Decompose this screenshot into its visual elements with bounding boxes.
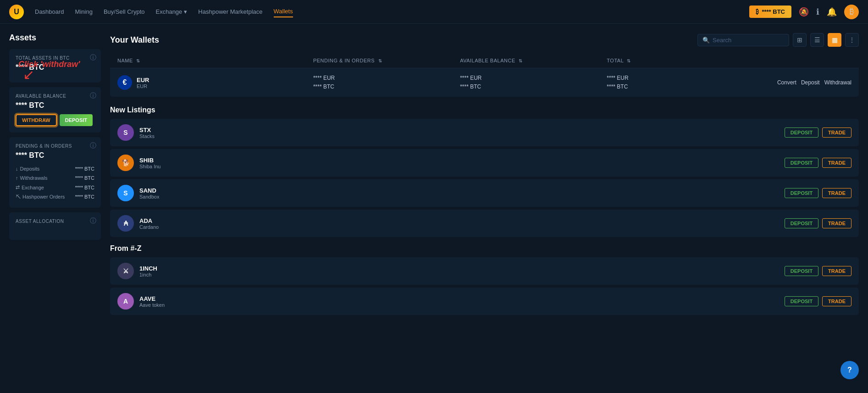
col-available-header[interactable]: AVAILABLE BALANCE ⇅ (460, 58, 607, 63)
listing-actions-ada: DEPOSIT TRADE (785, 218, 851, 228)
deposit-button-aave[interactable]: DEPOSIT (785, 296, 818, 306)
trade-button-stx[interactable]: TRADE (822, 127, 851, 138)
col-actions-header (754, 58, 851, 63)
deposit-button-shib[interactable]: DEPOSIT (785, 158, 818, 168)
more-options-button[interactable]: ⋮ (845, 33, 859, 47)
navbar: U Dashboard Mining Buy/Sell Crypto Excha… (0, 0, 868, 24)
available-balance-label: AVAILABLE BALANCE (16, 94, 94, 99)
pending-row-value: **** BTC (75, 166, 94, 172)
notifications-off-icon[interactable]: 🔕 (799, 7, 809, 17)
pending-row-icon: ↓ (16, 166, 18, 172)
pending-info-icon[interactable]: ⓘ (90, 142, 96, 150)
nav-exchange[interactable]: Exchange ▾ (156, 6, 188, 17)
listing-sub-shib: Shiba Inu (139, 164, 779, 169)
trade-button-sand[interactable]: TRADE (822, 188, 851, 198)
pending-value: **** BTC (16, 151, 94, 160)
pending-row-value: **** BTC (75, 175, 94, 181)
logo[interactable]: U (9, 5, 24, 19)
nav-buy-sell[interactable]: Buy/Sell Crypto (104, 6, 145, 17)
listing-row-shib: 🐕 SHIB Shiba Inu DEPOSIT TRADE (110, 149, 859, 177)
new-listings-title: New Listings (110, 106, 859, 114)
pending-row-item: ↑ Withdrawals **** BTC (16, 173, 94, 183)
col-total-header[interactable]: TOTAL ⇅ (607, 58, 753, 63)
available-balance-card: AVAILABLE BALANCE **** BTC ⓘ WITHDRAW DE… (9, 87, 101, 133)
listing-name-1inch: 1INCH (139, 265, 779, 272)
info-icon[interactable]: ℹ (816, 7, 819, 17)
wallets-table: NAME ⇅ PENDING & IN ORDERS ⇅ AVAILABLE B… (110, 53, 859, 97)
trade-button-shib[interactable]: TRADE (822, 158, 851, 168)
pending-row-label: ↑ Withdrawals (16, 175, 47, 181)
eur-icon: € (117, 75, 132, 90)
pending-label: PENDING & IN ORDERS (16, 144, 94, 149)
available-balance-info-icon[interactable]: ⓘ (90, 92, 96, 100)
deposit-link[interactable]: Deposit (801, 79, 820, 86)
listing-info-stx: STX Stacks (139, 127, 779, 139)
nav-dashboard[interactable]: Dashboard (35, 6, 64, 17)
listing-sub-aave: Aave token (139, 302, 779, 308)
listing-info-aave: AAVE Aave token (139, 295, 779, 308)
search-input[interactable] (713, 37, 784, 44)
trade-button-aave[interactable]: TRADE (822, 296, 851, 306)
col-name-header[interactable]: NAME ⇅ (117, 58, 313, 63)
eur-row-actions: Convert Deposit Withdrawal (754, 79, 851, 86)
deposit-button-stx[interactable]: DEPOSIT (785, 127, 818, 138)
listing-actions-sand: DEPOSIT TRADE (785, 188, 851, 198)
asset-allocation-card: ASSET ALLOCATION ⓘ (9, 212, 101, 240)
sidebar: Assets TOTAL ASSETS IN BTC **** BTC ⓘ AV… (9, 33, 101, 318)
help-button[interactable]: ? (840, 361, 859, 379)
asset-allocation-label: ASSET ALLOCATION (16, 219, 94, 224)
listing-name-ada: ADA (139, 217, 779, 224)
listing-row-ada: ₳ ADA Cardano DEPOSIT TRADE (110, 210, 859, 237)
col-pending-header[interactable]: PENDING & IN ORDERS ⇅ (313, 58, 460, 63)
total-assets-info-icon[interactable]: ⓘ (90, 54, 96, 62)
btc-balance-button[interactable]: ₿ **** BTC (749, 6, 791, 18)
columns-view-button[interactable]: ▦ (828, 33, 841, 47)
listing-info-shib: SHIB Shiba Inu (139, 157, 779, 169)
trade-button-ada[interactable]: TRADE (822, 218, 851, 228)
search-icon: 🔍 (702, 37, 710, 44)
listing-icon-aave: A (117, 293, 134, 310)
deposit-button-sand[interactable]: DEPOSIT (785, 188, 818, 198)
deposit-button-1inch[interactable]: DEPOSIT (785, 266, 818, 276)
pending-row-item: ⛏ Hashpower Orders **** BTC (16, 192, 94, 201)
eur-available-value: **** EUR**** BTC (460, 74, 607, 91)
trade-button-1inch[interactable]: TRADE (822, 266, 851, 276)
grid-view-button[interactable]: ⊞ (793, 33, 807, 47)
deposit-button[interactable]: DEPOSIT (60, 114, 93, 126)
from-az-title: From #-Z (110, 244, 859, 253)
withdraw-button[interactable]: WITHDRAW (16, 114, 57, 126)
pending-row-label: ⛏ Hashpower Orders (16, 194, 65, 199)
main-content: Your Wallets 🔍 ⊞ ☰ ▦ ⋮ NAME ⇅ PENDING & … (110, 33, 859, 318)
total-assets-label: TOTAL ASSETS IN BTC (16, 55, 94, 61)
pending-row-icon: ⇄ (16, 184, 20, 190)
listing-info-ada: ADA Cardano (139, 217, 779, 230)
asset-allocation-info-icon[interactable]: ⓘ (90, 217, 96, 225)
main-layout: Assets TOTAL ASSETS IN BTC **** BTC ⓘ AV… (0, 24, 868, 327)
pending-row-label: ↓ Deposits (16, 166, 39, 172)
nav-hashpower[interactable]: Hashpower Marketplace (198, 6, 262, 17)
convert-link[interactable]: Convert (777, 79, 796, 86)
new-listings-container: S STX Stacks DEPOSIT TRADE 🐕 SHIB Shiba … (110, 119, 859, 237)
bell-icon[interactable]: 🔔 (827, 7, 837, 17)
list-view-button[interactable]: ☰ (810, 33, 824, 47)
pending-rows: ↓ Deposits **** BTC ↑ Withdrawals **** B… (16, 164, 94, 201)
pending-row-value: **** BTC (75, 194, 94, 199)
listing-row-1inch: ⚔ 1INCH 1inch DEPOSIT TRADE (110, 257, 859, 285)
listing-icon-1inch: ⚔ (117, 263, 134, 279)
deposit-button-ada[interactable]: DEPOSIT (785, 218, 818, 228)
search-box[interactable]: 🔍 (697, 34, 789, 46)
nav-wallets[interactable]: Wallets (274, 6, 293, 17)
nav-right: ₿ **** BTC 🔕 ℹ 🔔 ₿ (749, 5, 859, 19)
pending-row-value: **** BTC (75, 185, 94, 190)
nav-mining[interactable]: Mining (75, 6, 93, 17)
user-avatar[interactable]: ₿ (844, 5, 859, 19)
pending-row-icon: ⛏ (16, 194, 21, 199)
coin-cell-eur: € EUR EUR (117, 75, 313, 90)
listing-icon-shib: 🐕 (117, 155, 134, 171)
balance-actions: WITHDRAW DEPOSIT (16, 114, 94, 126)
listing-icon-stx: S (117, 124, 134, 141)
withdrawal-link[interactable]: Withdrawal (824, 79, 851, 86)
coin-name-eur: EUR (137, 77, 149, 83)
pending-row-icon: ↑ (16, 175, 18, 181)
wallets-header: Your Wallets 🔍 ⊞ ☰ ▦ ⋮ (110, 33, 859, 47)
